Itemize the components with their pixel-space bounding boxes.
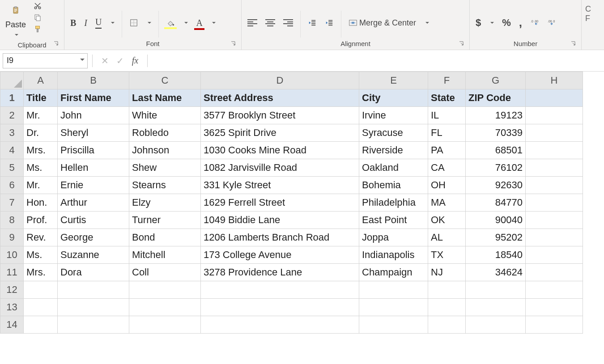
cell-D1[interactable]: Street Address [201,89,359,107]
borders-button[interactable] [127,17,140,29]
name-box[interactable]: I9 [3,53,88,68]
row-header-8[interactable]: 8 [0,212,24,229]
column-header-H[interactable]: H [526,72,583,89]
cell-A1[interactable]: Title [24,89,58,107]
bold-button[interactable]: B [68,17,78,30]
cell-A6[interactable]: Mr. [24,177,58,194]
decrease-indent-button[interactable] [306,17,319,29]
cell-E4[interactable]: Riverside [359,142,428,159]
cell-H6[interactable] [526,177,583,194]
currency-button[interactable]: $ [473,16,483,30]
clipboard-dialog-launcher[interactable] [52,40,60,47]
cell-B8[interactable]: Curtis [58,212,129,229]
cell-G9[interactable]: 95202 [466,229,526,246]
cell-B5[interactable]: Hellen [58,159,129,177]
copy-button[interactable] [32,13,43,22]
row-header-10[interactable]: 10 [0,246,24,264]
cell-F2[interactable]: IL [428,107,466,124]
cell-A11[interactable]: Mrs. [24,264,58,281]
cell-G8[interactable]: 90040 [466,212,526,229]
fill-color-dropdown[interactable] [181,20,190,26]
cell-F13[interactable] [428,299,466,316]
cell-C12[interactable] [129,281,201,299]
column-header-A[interactable]: A [24,72,58,89]
cell-C13[interactable] [129,299,201,316]
cell-E7[interactable]: Philadelphia [359,194,428,212]
cell-D11[interactable]: 3278 Providence Lane [201,264,359,281]
cell-D14[interactable] [201,316,359,334]
cell-H14[interactable] [526,316,583,334]
cell-B3[interactable]: Sheryl [58,124,129,142]
cell-F11[interactable]: NJ [428,264,466,281]
merge-dropdown[interactable] [422,20,431,26]
paste-button[interactable]: Paste [4,0,28,40]
cell-G3[interactable]: 70339 [466,124,526,142]
cell-G7[interactable]: 84770 [466,194,526,212]
cell-H2[interactable] [526,107,583,124]
cell-G12[interactable] [466,281,526,299]
fill-color-button[interactable] [164,17,177,29]
cell-H12[interactable] [526,281,583,299]
cell-E9[interactable]: Joppa [359,229,428,246]
cell-E1[interactable]: City [359,89,428,107]
cell-H3[interactable] [526,124,583,142]
merge-center-button[interactable]: Merge & Center [346,17,418,29]
cell-E11[interactable]: Champaign [359,264,428,281]
cell-E3[interactable]: Syracuse [359,124,428,142]
font-color-dropdown[interactable] [208,20,218,26]
cell-A4[interactable]: Mrs. [24,142,58,159]
cell-A7[interactable]: Hon. [24,194,58,212]
name-box-dropdown-icon[interactable] [80,59,85,63]
cell-D2[interactable]: 3577 Brooklyn Street [201,107,359,124]
cell-F3[interactable]: FL [428,124,466,142]
cell-C14[interactable] [129,316,201,334]
row-header-13[interactable]: 13 [0,299,24,316]
column-header-B[interactable]: B [58,72,129,89]
cell-B6[interactable]: Ernie [58,177,129,194]
cell-F12[interactable] [428,281,466,299]
cell-E6[interactable]: Bohemia [359,177,428,194]
cell-F14[interactable] [428,316,466,334]
italic-button[interactable]: I [82,17,89,30]
cell-B9[interactable]: George [58,229,129,246]
select-all-corner[interactable] [0,72,24,89]
cell-F10[interactable]: TX [428,246,466,264]
cell-C10[interactable]: Mitchell [129,246,201,264]
cell-C6[interactable]: Stearns [129,177,201,194]
align-right-button[interactable] [281,18,295,28]
currency-dropdown[interactable] [487,20,496,26]
cell-E2[interactable]: Irvine [359,107,428,124]
alignment-dialog-launcher[interactable] [458,40,465,47]
formula-input[interactable] [152,53,601,68]
insert-function-button[interactable]: fx [128,54,143,68]
row-header-14[interactable]: 14 [0,316,24,334]
increase-indent-button[interactable] [323,17,336,29]
row-header-6[interactable]: 6 [0,177,24,194]
cell-C5[interactable]: Shew [129,159,201,177]
cell-C1[interactable]: Last Name [129,89,201,107]
cell-C7[interactable]: Elzy [129,194,201,212]
cell-C8[interactable]: Turner [129,212,201,229]
cell-H13[interactable] [526,299,583,316]
cell-G2[interactable]: 19123 [466,107,526,124]
cell-G5[interactable]: 76102 [466,159,526,177]
cell-D10[interactable]: 173 College Avenue [201,246,359,264]
cell-G6[interactable]: 92630 [466,177,526,194]
cell-F1[interactable]: State [428,89,466,107]
row-header-12[interactable]: 12 [0,281,24,299]
align-left-button[interactable] [245,18,259,28]
borders-dropdown[interactable] [144,20,153,26]
cell-A14[interactable] [24,316,58,334]
cell-F4[interactable]: PA [428,142,466,159]
cell-F5[interactable]: CA [428,159,466,177]
cut-button[interactable] [32,1,43,11]
cell-B11[interactable]: Dora [58,264,129,281]
cell-E14[interactable] [359,316,428,334]
cell-E8[interactable]: East Point [359,212,428,229]
paste-dropdown-icon[interactable] [13,30,18,38]
cell-H5[interactable] [526,159,583,177]
cell-E10[interactable]: Indianapolis [359,246,428,264]
cell-D12[interactable] [201,281,359,299]
cell-H8[interactable] [526,212,583,229]
cell-C2[interactable]: White [129,107,201,124]
